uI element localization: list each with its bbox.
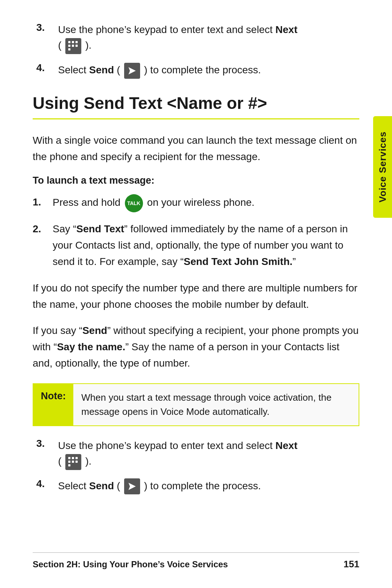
send-icon-top (124, 63, 140, 79)
note-label: Note: (33, 384, 73, 425)
main-step-1-content: Press and hold TALK on your wireless pho… (53, 194, 254, 212)
top-step-4-number: 4. (36, 62, 54, 74)
main-steps-list: 1. Press and hold TALK on your wireless … (33, 194, 359, 270)
send-arrow-svg-bottom (127, 481, 137, 491)
note-content: When you start a text message through vo… (73, 384, 359, 425)
side-tab-label: Voice Services (377, 131, 388, 203)
top-step-4: 4. Select Send ( ) to complete the proce… (33, 62, 359, 79)
intro-text: With a single voice command you can laun… (33, 132, 359, 165)
bottom-step-3-number: 3. (36, 438, 54, 449)
main-step-2-number: 2. (33, 221, 53, 237)
bottom-step-4-number: 4. (36, 478, 54, 490)
top-step-4-content: Select Send ( ) to complete the process. (58, 62, 261, 79)
svg-marker-1 (128, 483, 136, 490)
page-footer: Section 2H: Using Your Phone’s Voice Ser… (33, 552, 359, 570)
page-container: Voice Services 3. Use the phone’s keypad… (0, 0, 392, 588)
side-tab: Voice Services (373, 116, 392, 218)
footer-section-label: Section 2H: Using Your Phone’s Voice Ser… (33, 559, 228, 569)
talk-icon: TALK (125, 194, 143, 212)
heading-rule (33, 118, 359, 119)
top-step-3-number: 3. (36, 22, 54, 33)
bottom-step-3: 3. Use the phone’s keypad to enter text … (33, 438, 359, 470)
top-steps-list: 3. Use the phone’s keypad to enter text … (33, 22, 359, 79)
main-step-2: 2. Say “Send Text” followed immediately … (33, 221, 359, 270)
main-step-2-content: Say “Send Text” followed immediately by … (53, 221, 359, 270)
main-step-1: 1. Press and hold TALK on your wireless … (33, 194, 359, 212)
section-title: Using Send Text <Name or #> (33, 93, 359, 113)
top-step-3: 3. Use the phone’s keypad to enter text … (33, 22, 359, 54)
main-step-1-number: 1. (33, 194, 53, 211)
send-icon-bottom (124, 478, 140, 494)
para1: If you do not specify the number type an… (33, 280, 359, 313)
svg-marker-0 (128, 67, 136, 74)
next-icon-bottom (65, 454, 81, 470)
keypad-dots (68, 41, 78, 51)
note-box: Note: When you start a text message thro… (33, 383, 359, 426)
keypad-dots-bottom (68, 457, 78, 467)
next-icon-top (65, 38, 81, 54)
bottom-steps-list: 3. Use the phone’s keypad to enter text … (33, 438, 359, 495)
sub-heading: To launch a text message: (33, 175, 359, 186)
send-arrow-svg (127, 66, 137, 76)
bottom-step-4: 4. Select Send ( ) to complete the proce… (33, 478, 359, 495)
footer-page-number: 151 (344, 559, 359, 570)
para2: If you say “Send” without specifying a r… (33, 323, 359, 371)
bottom-step-4-content: Select Send ( ) to complete the process. (58, 478, 261, 495)
top-step-3-content: Use the phone’s keypad to enter text and… (58, 22, 297, 54)
bottom-step-3-content: Use the phone’s keypad to enter text and… (58, 438, 297, 470)
